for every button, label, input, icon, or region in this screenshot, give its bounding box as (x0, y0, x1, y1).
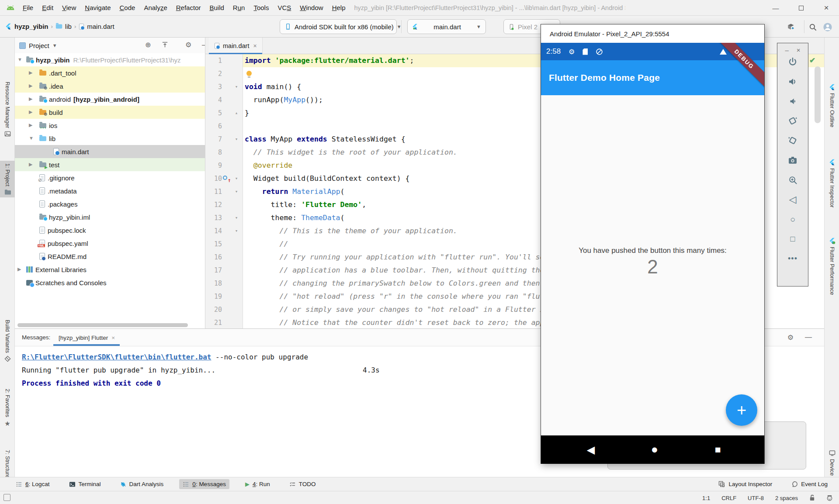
fold-marker[interactable] (231, 54, 242, 67)
tree-row[interactable]: ▶ build (15, 106, 205, 119)
highlighting-level-icon[interactable] (826, 494, 833, 501)
tree-row[interactable]: pubspec.yaml (15, 237, 205, 250)
menu-item[interactable]: Navigate (80, 4, 115, 11)
fold-marker[interactable] (231, 277, 242, 290)
emulator-sqg-button[interactable]: □ (787, 233, 798, 245)
fold-marker[interactable] (231, 67, 242, 80)
editor-scrollbar-thumb[interactable] (815, 66, 821, 123)
gear-icon[interactable]: ⚙ (185, 41, 191, 48)
override-marker-icon[interactable] (223, 176, 227, 180)
tool-window-button[interactable]: Layout Inspector (718, 479, 773, 489)
tree-row[interactable]: ▶ android [hyzp_yibin_android] (15, 93, 205, 106)
tree-row[interactable]: .metadata (15, 184, 205, 197)
messages-tab[interactable]: [hyzp_yibin] Flutter × (53, 329, 120, 346)
emulator-close-button[interactable]: × (797, 46, 801, 54)
tool-window-toggle-icon[interactable] (3, 494, 10, 501)
sdk-manager-icon[interactable] (786, 22, 796, 32)
tab-close-icon[interactable]: × (253, 42, 257, 49)
profile-avatar-icon[interactable] (822, 22, 833, 32)
tool-stripe-button[interactable]: 2: Favorites ★ (0, 386, 15, 430)
tree-row[interactable]: ▶ External Libraries (15, 263, 205, 276)
android-back-button[interactable]: ◀ (582, 435, 600, 464)
status-item[interactable]: CRLF (721, 495, 736, 501)
gear-icon[interactable]: ⚙ (787, 333, 794, 342)
emulator-homeg-button[interactable]: ○ (787, 214, 798, 225)
fold-marker[interactable] (231, 251, 242, 264)
tree-expand-arrow[interactable]: ▶ (29, 162, 32, 167)
fold-marker[interactable] (231, 238, 242, 251)
menu-item[interactable]: Code (115, 4, 140, 11)
close-button[interactable]: × (814, 0, 839, 16)
breadcrumb-project[interactable]: hyzp_yibin (14, 23, 49, 30)
tree-row[interactable]: ▼ hyzp_yibin R:\FlutterProject\FlutterPr… (15, 53, 205, 66)
menu-item[interactable]: Refactor (172, 4, 205, 11)
status-item[interactable]: 1:1 (702, 495, 710, 501)
fold-marker[interactable]: ▴ (231, 107, 242, 120)
console-command-link[interactable]: R:\Flutter\FlutterSDK\flutter\bin\flutte… (22, 353, 211, 361)
fold-marker[interactable] (231, 93, 242, 107)
tree-row[interactable]: ▶ .idea (15, 79, 205, 93)
fold-marker[interactable]: ▾ (231, 211, 242, 224)
tree-expand-arrow[interactable]: ▼ (17, 57, 22, 62)
breadcrumb-lib[interactable]: lib (65, 23, 72, 30)
project-view-title[interactable]: Project (29, 42, 49, 49)
emulator-moreg-button[interactable]: ••• (787, 253, 798, 264)
android-home-button[interactable]: ● (646, 435, 663, 464)
fold-marker[interactable] (231, 303, 242, 316)
menu-item[interactable]: VCS (273, 4, 295, 11)
tool-window-button[interactable]: Dart Analysis (117, 479, 167, 489)
fold-marker[interactable]: ▾ (231, 133, 242, 146)
android-overview-button[interactable]: ■ (709, 435, 727, 464)
menu-item[interactable]: Help (328, 4, 350, 11)
tool-stripe-button[interactable]: Flutter Inspector (825, 156, 839, 210)
tree-expand-arrow[interactable]: ▶ (29, 70, 32, 76)
tool-stripe-button[interactable]: Resource Manager (0, 79, 15, 140)
locate-file-icon[interactable]: ⊕ (145, 41, 151, 48)
tree-expand-arrow[interactable]: ▶ (17, 266, 21, 272)
fold-marker[interactable] (231, 264, 242, 277)
fold-marker[interactable]: ▾ (231, 185, 242, 198)
device-selector[interactable]: Android SDK built for x86 (mobile) ▼ (280, 19, 397, 34)
fold-marker[interactable] (231, 316, 242, 328)
emulator-zoomin-button[interactable] (787, 174, 798, 186)
fold-marker[interactable]: ▾ (231, 224, 242, 238)
menu-item[interactable]: View (58, 4, 80, 11)
lock-icon[interactable] (809, 494, 815, 501)
tool-window-button[interactable]: ▶ 4: Run (242, 479, 274, 489)
tool-window-button[interactable]: Event Log (790, 479, 829, 489)
collapse-all-icon[interactable] (162, 41, 168, 48)
chevron-down-icon[interactable]: ▼ (52, 43, 57, 48)
fold-marker[interactable]: ▾ (231, 172, 242, 185)
tool-window-button[interactable]: Terminal (66, 479, 104, 489)
tree-expand-arrow[interactable]: ▶ (29, 83, 32, 89)
tree-row[interactable]: Scratches and Consoles (15, 276, 205, 289)
menu-item[interactable]: Run (229, 4, 250, 11)
tree-expand-arrow[interactable]: ▶ (29, 96, 32, 102)
tree-row[interactable]: main.dart (15, 145, 205, 158)
status-item[interactable]: 2 spaces (775, 495, 798, 501)
tool-stripe-button[interactable]: Build Variants (0, 317, 15, 365)
emulator-backg-button[interactable]: ◁ (787, 194, 798, 205)
emulator-volu-button[interactable] (787, 76, 798, 87)
emulator-title-bar[interactable]: Android Emulator - Pixel_2_API_29:5554 (541, 24, 764, 43)
emulator-rotr-button[interactable] (787, 135, 798, 146)
menu-item[interactable]: Build (205, 4, 228, 11)
fold-marker[interactable] (231, 290, 242, 303)
hide-panel-icon[interactable]: — (202, 41, 205, 48)
emulator-vold-button[interactable] (787, 96, 798, 107)
tool-stripe-button[interactable]: Flutter Outline (825, 81, 839, 130)
fold-marker[interactable] (231, 120, 242, 133)
menu-item[interactable]: File (18, 4, 38, 11)
menu-item[interactable]: Window (295, 4, 327, 11)
emulator-rotl-button[interactable] (787, 115, 798, 127)
menu-item[interactable]: Analyze (139, 4, 171, 11)
emulator-power-button[interactable] (787, 56, 798, 68)
breadcrumb-file[interactable]: main.dart (87, 23, 114, 30)
tree-row[interactable]: ▶ ios (15, 119, 205, 132)
tree-row[interactable]: pubspec.lock (15, 224, 205, 237)
menu-item[interactable]: Edit (38, 4, 58, 11)
tree-row[interactable]: .packages (15, 197, 205, 211)
tree-expand-arrow[interactable]: ▼ (29, 135, 34, 141)
status-item[interactable]: UTF-8 (748, 495, 764, 501)
intention-bulb-icon[interactable] (246, 71, 252, 76)
